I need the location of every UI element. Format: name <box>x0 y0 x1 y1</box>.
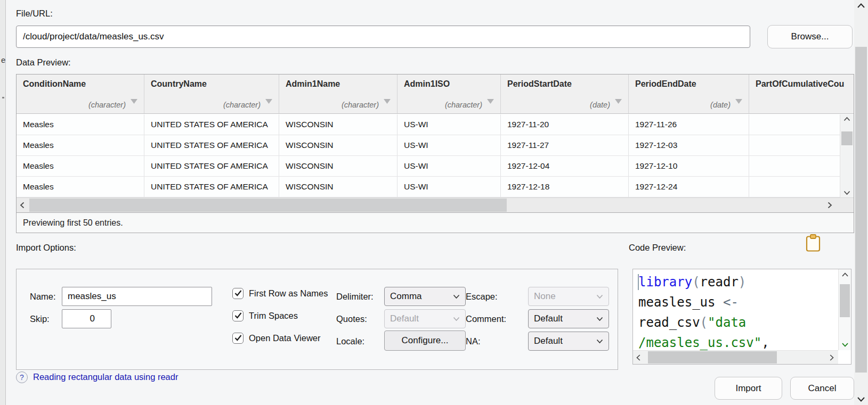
checkbox-row[interactable]: Open Data Viewer <box>232 332 321 344</box>
column-header[interactable]: PeriodStartDate(date) <box>501 75 629 113</box>
na-select[interactable]: Default <box>528 332 609 351</box>
scroll-up-icon[interactable] <box>839 272 851 277</box>
table-cell: US-WI <box>398 114 501 135</box>
column-type: (date) <box>710 101 731 109</box>
column-name: CountryName <box>144 75 279 89</box>
column-name: PeriodEndDate <box>629 75 749 89</box>
browse-button[interactable]: Browse... <box>767 25 853 48</box>
scroll-left-icon[interactable] <box>636 351 640 364</box>
table-vertical-scrollbar[interactable] <box>840 114 854 197</box>
scroll-up-icon[interactable] <box>840 117 854 121</box>
column-name: ConditionName <box>17 75 144 89</box>
import-text-data-dialog: e File/URL: Browse... Data Preview: Cond… <box>0 0 868 405</box>
scroll-right-icon[interactable] <box>828 198 832 212</box>
background-fragment-dot <box>2 97 4 98</box>
code-vscroll-thumb[interactable] <box>840 284 850 317</box>
column-type: (character) <box>223 101 261 109</box>
comment-value: Default <box>534 313 563 324</box>
column-name: Admin1Name <box>279 75 397 89</box>
column-header[interactable]: PeriodEndDate(date) <box>629 75 749 113</box>
code-vertical-scrollbar[interactable] <box>838 269 851 350</box>
table-horizontal-scrollbar[interactable] <box>17 197 854 212</box>
escape-label: Escape: <box>466 292 498 302</box>
checked-checkbox-icon[interactable] <box>232 333 244 344</box>
table-cell <box>749 114 854 135</box>
skip-input[interactable] <box>62 309 111 328</box>
locale-configure-button[interactable]: Configure... <box>384 330 466 351</box>
scroll-left-icon[interactable] <box>20 198 25 212</box>
column-type: (character) <box>342 101 379 109</box>
code-hscroll-thumb[interactable] <box>648 351 777 363</box>
column-type-dropdown-icon[interactable] <box>131 96 137 106</box>
help-link[interactable]: Reading rectangular data using readr <box>33 372 178 382</box>
import-options-panel: Name: Skip: First Row as NamesTrim Space… <box>16 269 618 370</box>
data-preview-label: Data Preview: <box>16 57 71 68</box>
column-name: PartOfCumulativeCou <box>749 75 854 89</box>
comment-label: Comment: <box>466 314 506 324</box>
table-cell: 1927-12-04 <box>501 156 629 176</box>
checkbox-row[interactable]: First Row as Names <box>232 287 328 300</box>
scroll-down-icon[interactable] <box>840 191 854 195</box>
column-type: (character) <box>88 101 126 109</box>
escape-select: None <box>528 287 609 306</box>
checked-checkbox-icon[interactable] <box>232 310 244 321</box>
cancel-button[interactable]: Cancel <box>790 377 854 400</box>
column-type-dropdown-icon[interactable] <box>384 96 391 106</box>
help-icon[interactable]: ? <box>16 371 28 383</box>
scroll-up-icon[interactable] <box>854 3 868 9</box>
chevron-down-icon <box>596 313 603 324</box>
file-url-input[interactable] <box>16 26 750 48</box>
window-scrollbar[interactable] <box>854 0 868 405</box>
table-vscroll-thumb[interactable] <box>841 131 853 145</box>
table-cell: UNITED STATES OF AMERICA <box>144 156 279 176</box>
quotes-value: Default <box>390 313 419 324</box>
column-type-dropdown-icon[interactable] <box>615 96 622 106</box>
data-preview-table: ConditionName(character)CountryName(char… <box>16 74 854 233</box>
table-cell: 1927-12-24 <box>629 177 749 197</box>
scroll-down-icon[interactable] <box>854 396 868 402</box>
column-name: PeriodStartDate <box>501 75 628 89</box>
column-type-dropdown-icon[interactable] <box>265 96 272 106</box>
locale-label: Locale: <box>336 336 364 346</box>
column-type-dropdown-icon[interactable] <box>735 96 742 106</box>
delimiter-select[interactable]: Comma <box>384 287 466 306</box>
table-cell: Measles <box>17 135 144 155</box>
table-cell: UNITED STATES OF AMERICA <box>144 135 279 155</box>
chevron-down-icon <box>453 313 460 324</box>
code-editor[interactable]: library(readr)measles_us <-read_csv("dat… <box>633 269 838 350</box>
checkbox-label: Trim Spaces <box>249 311 298 321</box>
table-cell: UNITED STATES OF AMERICA <box>144 114 279 135</box>
code-line: read_csv("data <box>638 312 838 333</box>
table-row: MeaslesUNITED STATES OF AMERICAWISCONSIN… <box>17 135 854 156</box>
name-label: Name: <box>30 292 56 302</box>
column-header[interactable]: Admin1Name(character) <box>279 75 398 113</box>
chevron-down-icon <box>596 336 603 346</box>
column-type-dropdown-icon[interactable] <box>487 96 494 106</box>
table-cell: UNITED STATES OF AMERICA <box>144 177 279 197</box>
name-input[interactable] <box>62 287 212 306</box>
scroll-right-icon[interactable] <box>830 351 834 364</box>
background-text-fragment: e <box>1 55 5 64</box>
table-cell <box>749 156 854 176</box>
chevron-down-icon <box>453 291 460 302</box>
column-header[interactable]: PartOfCumulativeCou <box>749 75 854 113</box>
table-cell: US-WI <box>398 177 501 197</box>
table-body: MeaslesUNITED STATES OF AMERICAWISCONSIN… <box>17 114 854 197</box>
code-horizontal-scrollbar[interactable] <box>633 350 838 364</box>
table-hscroll-thumb[interactable] <box>29 199 507 212</box>
copy-to-clipboard-icon[interactable] <box>806 234 821 254</box>
table-cell: Measles <box>17 114 144 135</box>
column-header[interactable]: Admin1ISO(character) <box>398 75 501 113</box>
column-type: (character) <box>445 101 482 109</box>
preview-status-text: Previewing first 50 entries. <box>17 212 854 233</box>
checked-checkbox-icon[interactable] <box>232 288 244 299</box>
comment-select[interactable]: Default <box>528 309 609 328</box>
window-scroll-thumb[interactable] <box>855 47 867 373</box>
checkbox-row[interactable]: Trim Spaces <box>232 309 298 322</box>
import-button[interactable]: Import <box>715 377 782 400</box>
column-header[interactable]: CountryName(character) <box>144 75 279 113</box>
scroll-down-icon[interactable] <box>839 343 851 347</box>
column-header[interactable]: ConditionName(character) <box>17 75 144 113</box>
na-label: NA: <box>466 336 481 346</box>
table-cell: 1927-12-18 <box>501 177 629 197</box>
